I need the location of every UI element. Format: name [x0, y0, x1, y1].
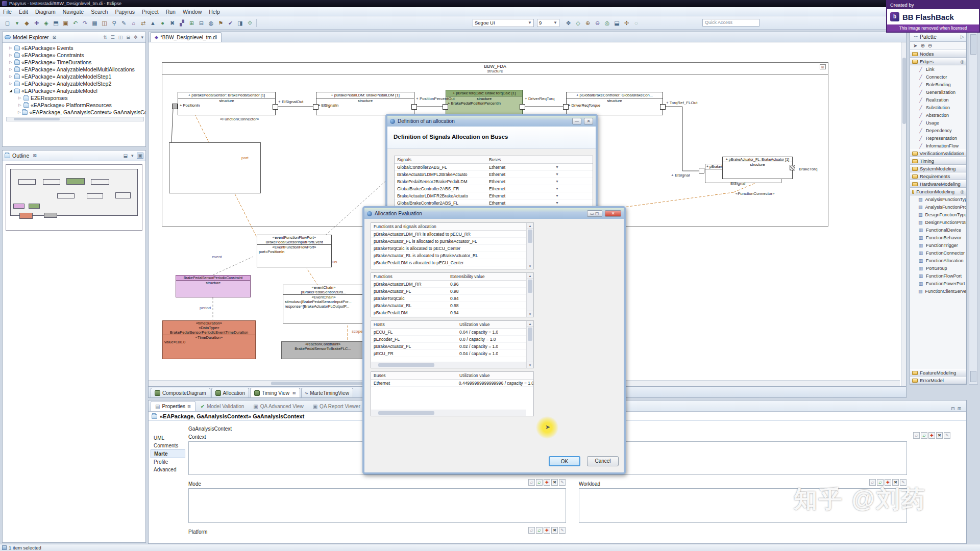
signals-table-row[interactable]: GlobalBrakeController2ABS_FR Ethernet ▼: [395, 185, 593, 192]
expander-icon[interactable]: ▷: [9, 53, 13, 57]
functions-row[interactable]: pBrakeTorqCalc0.94: [371, 295, 533, 302]
palette-item[interactable]: ╱Generalization: [910, 88, 966, 96]
side-tab-advanced[interactable]: Advanced: [151, 466, 185, 473]
palette-item[interactable]: ╱Representation: [910, 134, 966, 142]
chevron-down-icon[interactable]: ▼: [553, 194, 560, 197]
palette-drawer[interactable]: VerificationValidation: [910, 149, 966, 157]
block-reaction-constraint[interactable]: «reactionConstraint» BrakePedalSensorToB…: [281, 341, 364, 359]
port-square[interactable]: [699, 168, 704, 173]
quick-access-input[interactable]: Quick Access: [702, 19, 760, 27]
allocation-row[interactable]: pBrakeActuator_RL is allocated to pBrake…: [371, 252, 533, 259]
tree-child-item[interactable]: ▷ E2EResponses: [5, 94, 145, 102]
menu-item[interactable]: Project: [142, 9, 159, 15]
tab-qa-advanced-view[interactable]: ▣QA Advanced View: [249, 401, 307, 411]
palette-item[interactable]: ▥FunctionPowerPort: [910, 280, 966, 287]
menu-item[interactable]: Edit: [19, 9, 28, 15]
field-action-button[interactable]: ✖: [551, 479, 558, 486]
side-tab-profile[interactable]: Profile: [151, 458, 185, 466]
scrollbar-thumb[interactable]: [902, 58, 906, 124]
toolbar-icon[interactable]: ◻: [3, 18, 12, 28]
block-periodic-constraint[interactable]: BrakePedalSensorPeriodicConstraint struc…: [176, 275, 251, 297]
v-scrollbar[interactable]: ▲▼: [526, 223, 533, 269]
scrollbar-thumb[interactable]: [528, 230, 532, 243]
scrollbar-thumb[interactable]: [14, 118, 60, 120]
toolbar-icon[interactable]: ⇄: [138, 18, 148, 28]
expander-icon[interactable]: ▷: [18, 96, 22, 100]
allocation-row[interactable]: pBrakeActuatorLDM_RR is allocated to pEC…: [371, 231, 533, 238]
chevron-down-icon[interactable]: ▼: [553, 172, 560, 176]
field-action-button[interactable]: ▱: [921, 432, 927, 439]
functions-list[interactable]: Functions Extensibility value pBrakeActu…: [371, 272, 534, 317]
block-brake-pedal-sensor[interactable]: + pBrakePedalSensor: BrakePedalSensor [1…: [178, 92, 276, 115]
toolbar-icon[interactable]: ✖: [167, 18, 177, 28]
buses-list[interactable]: Buses Utilization value Ethernet0.449999…: [371, 371, 534, 416]
buses-row[interactable]: Ethernet0.44999999999999996 / capacity =…: [371, 380, 533, 387]
hosts-row[interactable]: pEncoder_FL0.0 / capacity = 1.0: [371, 336, 533, 343]
composite-structure-rect[interactable]: [169, 142, 261, 193]
menu-item[interactable]: File: [3, 9, 12, 15]
allocation-row[interactable]: pBrakeTorqCalc is allocated to pECU_Cent…: [371, 245, 533, 252]
palette-item[interactable]: ╱Usage: [910, 119, 966, 127]
canvas-v-scrollbar[interactable]: [901, 42, 906, 387]
signals-table-row[interactable]: BrakePedalSensor2BrakePedalLDM Ethernet …: [395, 178, 593, 185]
menu-item[interactable]: Search: [91, 9, 108, 15]
close-icon[interactable]: ⊠: [187, 404, 191, 409]
field-action-button[interactable]: ✚: [544, 527, 550, 534]
side-tab-marte[interactable]: Marte: [151, 449, 185, 458]
toolbar-icon[interactable]: ⚑: [216, 18, 226, 28]
outline-minimap[interactable]: [6, 164, 142, 231]
palette-item[interactable]: ▥FunctionFlowPort: [910, 272, 966, 280]
palette-item[interactable]: ╱Abstraction: [910, 111, 966, 119]
filter-icon[interactable]: ✥: [134, 35, 138, 40]
scroll-down-icon[interactable]: ▼: [527, 263, 533, 269]
toolbar-icon[interactable]: ✔: [226, 18, 235, 28]
functions-row[interactable]: pBrakeActuatorLDM_RR0.96: [371, 281, 533, 288]
h-scrollbar[interactable]: [371, 362, 526, 368]
block-brake-pedal-ldm[interactable]: + pBrakePedalLDM: BrakePedalLDM [1] stru…: [316, 92, 414, 115]
signals-table[interactable]: Signals Buses GlobalController2ABS_FL Et…: [394, 156, 593, 207]
functions-row[interactable]: pBrakePedalLDM0.94: [371, 309, 533, 316]
toolbar-icon[interactable]: ✣: [622, 18, 631, 28]
expander-icon[interactable]: ▷: [9, 46, 13, 50]
zoom-out-icon[interactable]: ⊖: [928, 43, 932, 48]
toolbar-icon[interactable]: ✎: [119, 18, 129, 28]
allocation-row[interactable]: pBrakePedalLDM is allocated to pECU_Cent…: [371, 259, 533, 266]
tab-properties[interactable]: ▤Properties⊠: [151, 401, 195, 411]
palette-item[interactable]: ╱Connector: [910, 73, 966, 81]
thumbnail-mode-icon[interactable]: ▣: [137, 153, 143, 159]
signals-table-row[interactable]: GlobalController2ABS_FL Ethernet ▼: [395, 164, 593, 171]
palette-item[interactable]: ▥FunctionBehavior: [910, 234, 966, 241]
chevron-down-icon[interactable]: ▼: [553, 165, 560, 169]
field-action-button[interactable]: ✖: [551, 527, 558, 534]
expander-icon[interactable]: ▷: [9, 60, 13, 64]
field-action-button[interactable]: ✎: [559, 479, 566, 486]
expander-icon[interactable]: ▷: [18, 110, 20, 114]
palette-item[interactable]: ╱Link: [910, 65, 966, 73]
toolbar-icon[interactable]: ⚲: [109, 18, 119, 28]
hosts-row[interactable]: pECU_FR0.04 / capacity = 1.0: [371, 350, 533, 357]
menu-item[interactable]: Run: [166, 9, 176, 15]
drawer-function-modeling[interactable]: FunctionModeling◎: [910, 188, 966, 195]
field-action-button[interactable]: ▱: [536, 479, 543, 486]
palette-item[interactable]: ▥FunctionConnector: [910, 249, 966, 257]
palette-drawer[interactable]: FeatureModeling: [910, 369, 966, 377]
palette-item[interactable]: ▥FunctionalDevice: [910, 226, 966, 234]
functions-row[interactable]: pBrakeActuator_FL0.98: [371, 288, 533, 295]
tree-item[interactable]: ▷ «EAPackage» AnalyzableModelMultiAlloca…: [5, 66, 145, 73]
select-tool-icon[interactable]: ➤: [913, 43, 917, 48]
close-icon[interactable]: ⊠: [33, 153, 37, 158]
field-action-button[interactable]: ✖: [936, 432, 943, 439]
collapse-all-icon[interactable]: ⊟: [126, 35, 130, 40]
scroll-up-icon[interactable]: ▲: [527, 223, 533, 229]
chevron-down-icon[interactable]: ▼: [553, 187, 560, 190]
port-square[interactable]: [313, 104, 318, 110]
tree-item[interactable]: ▷ «EAPackage» Constraints: [5, 52, 145, 59]
font-family-combo[interactable]: Segoe UI▼: [473, 19, 534, 27]
tab-marte-timing-view[interactable]: ⤷MarteTimingView: [301, 388, 353, 397]
scrollbar-thumb[interactable]: [528, 328, 532, 341]
toolbar-icon[interactable]: ⌂: [129, 18, 138, 28]
zoom-in-icon[interactable]: ⊕: [920, 43, 924, 48]
signals-table-row[interactable]: BrakeActuatorLDMFL2BrakeActuato Ethernet…: [395, 171, 593, 178]
menu-item[interactable]: Help: [209, 9, 220, 15]
scrollbar-thumb[interactable]: [528, 280, 532, 293]
